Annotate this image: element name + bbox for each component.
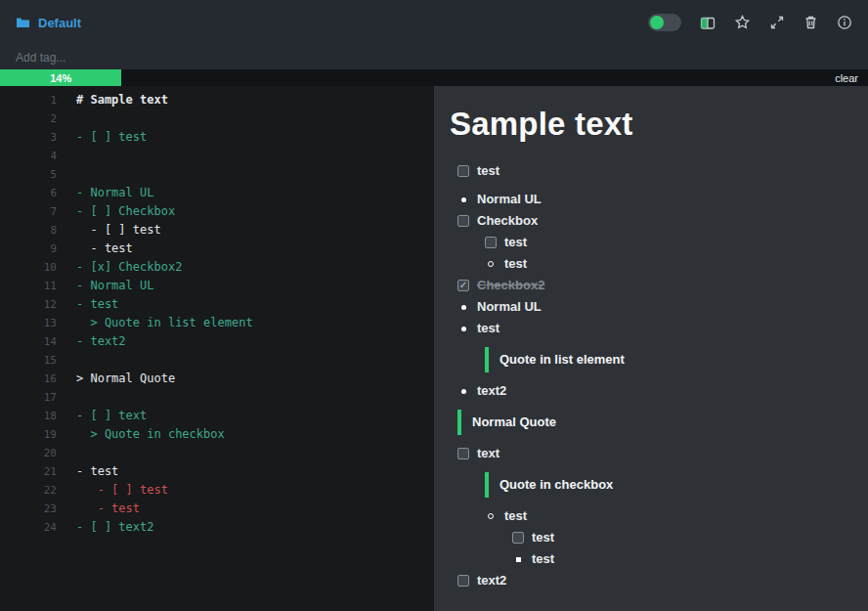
line-number: 4 xyxy=(0,147,57,165)
app-window: Default xyxy=(0,0,868,611)
bullet-disc-icon xyxy=(457,197,469,202)
line-number: 16 xyxy=(0,370,57,388)
preview-item-text: test xyxy=(477,164,499,178)
editor-line[interactable]: - [ ] Checkbox xyxy=(76,202,434,221)
editor-line[interactable]: > Quote in checkbox xyxy=(76,425,434,444)
editor-line[interactable]: - test xyxy=(76,462,434,481)
preview-item-text: test xyxy=(504,509,527,523)
preview-bullet-item: test xyxy=(450,552,848,566)
editor-line[interactable]: - [ ] text2 xyxy=(76,518,434,537)
main-split: 123456789101112131415161718192021222324 … xyxy=(0,86,868,611)
preview-quote-item: Normal Quote xyxy=(450,410,848,435)
preview-bullet-item: test xyxy=(450,322,848,335)
preview-bullet-item: Normal UL xyxy=(450,300,848,314)
checkbox-checked[interactable] xyxy=(457,280,469,291)
editor-line[interactable]: # Sample text xyxy=(76,91,434,109)
info-icon[interactable] xyxy=(837,15,852,30)
split-view-icon[interactable] xyxy=(700,16,716,30)
editor-line[interactable] xyxy=(76,109,434,128)
preview-item-text: text2 xyxy=(477,384,506,398)
preview-item-text: text xyxy=(477,447,499,460)
editor-line[interactable] xyxy=(76,444,434,462)
line-number: 22 xyxy=(0,481,57,500)
bullet-circle-icon xyxy=(485,513,497,519)
preview-task-item: test xyxy=(450,236,848,249)
editor-line[interactable]: - [ ] text xyxy=(76,407,434,425)
line-number: 10 xyxy=(0,258,57,277)
top-bar: Default xyxy=(0,0,868,45)
editor-line[interactable]: - text2 xyxy=(76,332,434,351)
line-number: 24 xyxy=(0,518,57,537)
checkbox-unchecked[interactable] xyxy=(485,237,497,248)
preview-task-item: Checkbox xyxy=(450,214,848,228)
editor-line[interactable]: - [ ] test xyxy=(76,221,434,240)
star-icon[interactable] xyxy=(734,15,751,30)
editor-line[interactable]: - test xyxy=(76,240,434,258)
preview-bullet-item: test xyxy=(450,509,848,523)
line-number: 21 xyxy=(0,462,57,481)
line-number: 6 xyxy=(0,184,57,202)
editor-line[interactable]: > Quote in list element xyxy=(76,314,434,332)
preview-item-text: text2 xyxy=(477,574,506,588)
line-number: 1 xyxy=(0,91,57,109)
bullet-disc-icon xyxy=(457,327,469,331)
editor-line[interactable]: - Normal UL xyxy=(76,184,434,202)
editor-pane[interactable]: 123456789101112131415161718192021222324 … xyxy=(0,86,434,611)
progress-fill: 14% xyxy=(0,69,121,86)
preview-item-text: Normal UL xyxy=(477,300,542,314)
toggle-knob xyxy=(650,16,664,29)
line-number: 5 xyxy=(0,165,57,184)
line-number: 9 xyxy=(0,240,57,258)
editor-line[interactable] xyxy=(76,351,434,370)
preview-bullet-item: text2 xyxy=(450,384,848,398)
checkbox-unchecked[interactable] xyxy=(457,575,469,587)
editor-line[interactable]: > Normal Quote xyxy=(76,370,434,388)
line-number: 3 xyxy=(0,128,57,147)
preview-task-item: Checkbox2 xyxy=(450,279,848,292)
quote-text: Quote in checkbox xyxy=(485,472,613,498)
line-number: 17 xyxy=(0,388,57,407)
preview-item-text: test xyxy=(532,552,554,566)
line-number: 14 xyxy=(0,332,57,351)
preview-item-text: Normal UL xyxy=(477,193,542,206)
preview-item-text: test xyxy=(532,531,554,545)
line-number: 12 xyxy=(0,295,57,314)
editor-line[interactable]: - test xyxy=(76,295,434,314)
editor-line[interactable] xyxy=(76,165,434,184)
checkbox-unchecked[interactable] xyxy=(457,448,469,459)
clear-button[interactable]: clear xyxy=(835,69,858,86)
editor-line[interactable]: - [x] Checkbox2 xyxy=(76,258,434,277)
preview-task-item: text2 xyxy=(450,574,848,588)
preview-item-text: test xyxy=(477,322,499,335)
preview-task-item: test xyxy=(450,164,848,178)
preview-item-text: test xyxy=(504,257,527,271)
editor-line[interactable]: - [ ] test xyxy=(76,128,434,147)
editor-line[interactable] xyxy=(76,147,434,165)
editor-line[interactable]: - Normal UL xyxy=(76,277,434,295)
editor-line[interactable] xyxy=(76,388,434,407)
checkbox-unchecked[interactable] xyxy=(457,165,469,177)
line-number: 23 xyxy=(0,500,57,518)
line-number: 20 xyxy=(0,444,57,462)
toolbar-icons xyxy=(648,14,852,31)
add-tag-input[interactable] xyxy=(16,51,211,65)
trash-icon[interactable] xyxy=(803,15,818,30)
editor-code[interactable]: # Sample text - [ ] test - Normal UL- [ … xyxy=(57,91,434,611)
preview-task-item: text xyxy=(450,447,848,460)
preview-toggle[interactable] xyxy=(648,14,681,31)
quote-text: Quote in list element xyxy=(485,347,625,372)
editor-line[interactable]: - test xyxy=(76,500,434,518)
preview-item-text: test xyxy=(504,236,527,249)
notebook-name[interactable]: Default xyxy=(38,16,81,30)
checkbox-unchecked[interactable] xyxy=(512,532,524,544)
preview-bullet-item: Normal UL xyxy=(450,193,848,206)
expand-icon[interactable] xyxy=(769,15,785,30)
quote-text: Normal Quote xyxy=(457,410,556,435)
checkbox-unchecked[interactable] xyxy=(457,215,469,227)
line-number: 15 xyxy=(0,351,57,370)
notebook-selector[interactable]: Default xyxy=(16,16,81,30)
preview-quote-item: Quote in list element xyxy=(450,347,848,372)
line-number: 13 xyxy=(0,314,57,332)
editor-line[interactable]: - [ ] test xyxy=(76,481,434,500)
progress-bar: 14% clear xyxy=(0,69,868,86)
